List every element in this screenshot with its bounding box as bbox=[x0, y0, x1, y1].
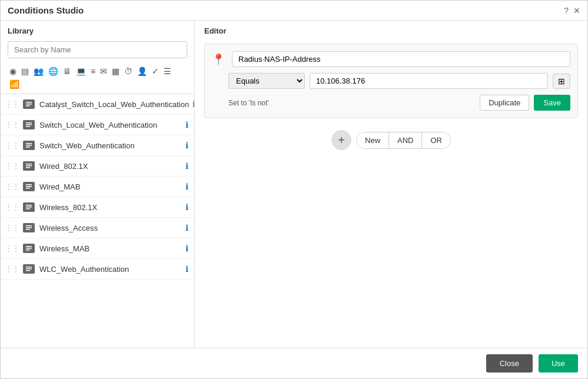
item-name: Catalyst_Switch_Local_Web_Authentication bbox=[39, 100, 189, 109]
location-icon[interactable]: ◉ bbox=[8, 65, 18, 77]
svg-rect-7 bbox=[26, 126, 30, 127]
svg-rect-21 bbox=[26, 205, 32, 206]
wifi-icon[interactable]: 📶 bbox=[8, 78, 21, 90]
svg-rect-29 bbox=[26, 246, 32, 247]
right-panel: Editor 📍 EqualsNot EqualsContainsStarts … bbox=[195, 21, 587, 348]
dialog-title: Conditions Studio bbox=[8, 5, 84, 15]
table-icon[interactable]: ▦ bbox=[110, 65, 121, 77]
user-icon[interactable]: 👤 bbox=[135, 65, 149, 77]
drag-handle: ⋮⋮ bbox=[5, 182, 19, 191]
drag-handle: ⋮⋮ bbox=[5, 203, 19, 211]
duplicate-button[interactable]: Duplicate bbox=[480, 95, 529, 111]
condition-operator-select[interactable]: EqualsNot EqualsContainsStarts With bbox=[228, 73, 305, 89]
check-icon[interactable]: ✓ bbox=[150, 65, 161, 77]
info-icon[interactable]: ℹ bbox=[185, 223, 188, 232]
clock-icon[interactable]: ⏱ bbox=[122, 65, 134, 77]
list-item[interactable]: ⋮⋮ Wireless_Access ℹ bbox=[1, 218, 194, 238]
item-icon bbox=[23, 202, 35, 212]
monitor-icon[interactable]: 🖥 bbox=[61, 65, 73, 77]
item-name: Wireless_802.1X bbox=[39, 203, 182, 212]
add-or-button[interactable]: OR bbox=[422, 132, 450, 148]
bars-icon[interactable]: ☰ bbox=[162, 65, 173, 77]
condition-footer: Set to 'Is not' Duplicate Save bbox=[212, 95, 570, 111]
info-icon[interactable]: ℹ bbox=[185, 264, 188, 274]
condition-footer-right: Duplicate Save bbox=[480, 95, 570, 111]
svg-rect-5 bbox=[26, 122, 32, 124]
title-bar-actions: ? ✕ bbox=[564, 6, 580, 15]
condition-location-icon: 📍 bbox=[212, 53, 225, 66]
add-new-button[interactable]: New bbox=[357, 132, 389, 148]
info-icon[interactable]: ℹ bbox=[185, 202, 188, 212]
list-item[interactable]: ⋮⋮ Wired_802.1X ℹ bbox=[1, 156, 194, 177]
library-header: Library bbox=[1, 21, 194, 38]
info-icon[interactable]: ℹ bbox=[185, 120, 188, 129]
item-icon bbox=[23, 182, 35, 191]
add-group: New AND OR bbox=[356, 132, 451, 149]
item-icon bbox=[23, 99, 35, 109]
search-box bbox=[8, 41, 187, 58]
mail-icon[interactable]: ✉ bbox=[98, 65, 109, 77]
group-icon[interactable]: 👥 bbox=[32, 65, 45, 77]
item-icon bbox=[23, 141, 35, 150]
monitor2-icon[interactable]: 💻 bbox=[74, 65, 88, 77]
close-button[interactable]: Close bbox=[486, 354, 533, 373]
globe-icon[interactable]: 🌐 bbox=[46, 65, 60, 77]
save-button[interactable]: Save bbox=[534, 95, 570, 111]
drag-handle: ⋮⋮ bbox=[5, 265, 19, 273]
display-icon[interactable]: ▤ bbox=[19, 65, 31, 77]
svg-rect-17 bbox=[26, 184, 32, 185]
list-item[interactable]: ⋮⋮ Wireless_MAB ℹ bbox=[1, 238, 194, 259]
svg-rect-14 bbox=[26, 165, 32, 167]
item-name: Wireless_MAB bbox=[39, 244, 182, 253]
info-icon[interactable]: ℹ bbox=[185, 182, 188, 191]
condition-row-top: 📍 bbox=[212, 51, 570, 67]
list-icon[interactable]: ≡ bbox=[89, 65, 97, 77]
item-name: WLC_Web_Authentication bbox=[39, 265, 182, 274]
set-is-not-button[interactable]: Set to 'Is not' bbox=[228, 99, 269, 107]
conditions-studio-dialog: Conditions Studio ? ✕ Library ◉ ▤ 👥 🌐 🖥 … bbox=[0, 0, 588, 379]
svg-rect-9 bbox=[26, 143, 32, 144]
svg-rect-26 bbox=[26, 227, 32, 228]
list-item[interactable]: ⋮⋮ Wireless_802.1X ℹ bbox=[1, 197, 194, 218]
list-item[interactable]: ⋮⋮ Switch_Web_Authentication ℹ bbox=[1, 135, 194, 156]
condition-name-input[interactable] bbox=[232, 51, 570, 67]
item-name: Wired_MAB bbox=[39, 182, 182, 191]
svg-rect-18 bbox=[26, 186, 32, 187]
info-icon[interactable]: ℹ bbox=[192, 99, 194, 109]
use-button[interactable]: Use bbox=[539, 354, 578, 373]
editor-header: Editor bbox=[195, 21, 587, 38]
list-item[interactable]: ⋮⋮ Switch_Local_Web_Authentication ℹ bbox=[1, 115, 194, 135]
info-icon[interactable]: ℹ bbox=[185, 141, 188, 150]
item-icon bbox=[23, 244, 35, 253]
add-and-button[interactable]: AND bbox=[389, 132, 422, 148]
add-plus-button[interactable]: + bbox=[331, 130, 351, 150]
svg-rect-13 bbox=[26, 164, 32, 165]
item-icon bbox=[23, 264, 35, 274]
svg-rect-6 bbox=[26, 124, 32, 125]
drag-handle: ⋮⋮ bbox=[5, 121, 19, 129]
add-row: + New AND OR bbox=[331, 130, 451, 150]
svg-rect-31 bbox=[26, 250, 30, 251]
title-bar: Conditions Studio ? ✕ bbox=[1, 1, 587, 21]
grid-button[interactable]: ⊞ bbox=[553, 74, 570, 89]
svg-rect-19 bbox=[26, 188, 30, 189]
info-icon[interactable]: ℹ bbox=[185, 244, 188, 253]
close-icon[interactable]: ✕ bbox=[573, 6, 580, 15]
search-input[interactable] bbox=[8, 41, 187, 58]
help-icon[interactable]: ? bbox=[564, 6, 569, 15]
svg-rect-3 bbox=[26, 105, 30, 107]
drag-handle: ⋮⋮ bbox=[5, 244, 19, 252]
condition-value-input[interactable] bbox=[310, 73, 548, 89]
list-item[interactable]: ⋮⋮ Wired_MAB ℹ bbox=[1, 177, 194, 197]
svg-rect-2 bbox=[26, 104, 32, 105]
left-panel: Library ◉ ▤ 👥 🌐 🖥 💻 ≡ ✉ ▦ ⏱ 👤 ✓ ☰ 📶 bbox=[1, 21, 195, 348]
svg-rect-27 bbox=[26, 229, 30, 230]
list-item[interactable]: ⋮⋮ WLC_Web_Authentication ℹ bbox=[1, 259, 194, 280]
svg-rect-25 bbox=[26, 225, 32, 227]
condition-card: 📍 EqualsNot EqualsContainsStarts With ⊞ … bbox=[204, 44, 578, 118]
list-item[interactable]: ⋮⋮ Catalyst_Switch_Local_Web_Authenticat… bbox=[1, 94, 194, 115]
info-icon[interactable]: ℹ bbox=[185, 161, 188, 171]
main-content: Library ◉ ▤ 👥 🌐 🖥 💻 ≡ ✉ ▦ ⏱ 👤 ✓ ☰ 📶 bbox=[1, 21, 587, 348]
svg-rect-10 bbox=[26, 145, 32, 146]
svg-rect-23 bbox=[26, 208, 30, 210]
